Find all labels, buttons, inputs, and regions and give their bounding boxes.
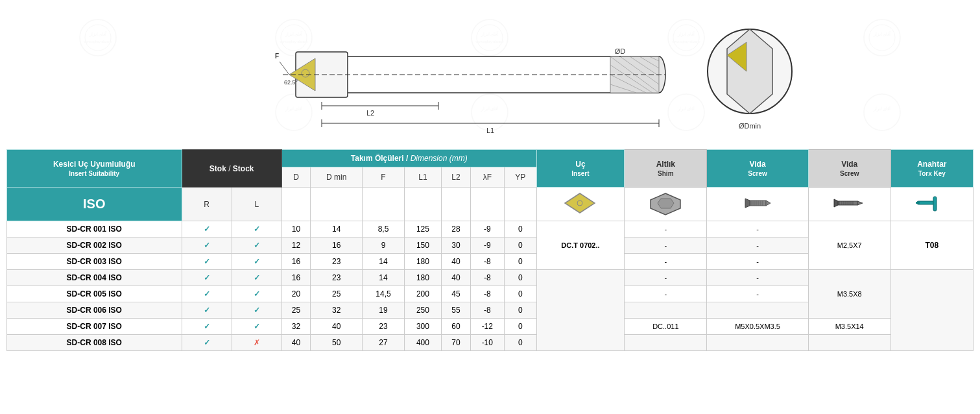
row-YP: 0 [504,237,536,254]
main-table: Kesici Uç Uyumluluğu Insert Suitability … [6,149,974,351]
th-F: F [363,167,404,188]
th-img-L1 [404,188,442,221]
row-F: 8,5 [363,221,404,237]
row-lambda: -9 [470,221,504,237]
row-lambda: -8 [470,302,504,319]
row-F: 23 [363,319,404,335]
table-container: Kesici Uç Uyumluluğu Insert Suitability … [0,149,980,351]
th-img-Dmin [311,188,363,221]
row-shim: - [625,254,707,270]
row-screw1 [707,335,808,351]
shim-label: Altlık [656,160,675,169]
row-Dmin: 14 [311,221,363,237]
svg-point-25 [864,94,900,130]
th-shim: Altlık Shim [625,150,707,188]
row-YP: 0 [504,335,536,351]
row-R: ✓ [182,270,232,286]
svg-text:آقای ابزار: آقای ابزار [89,30,108,37]
torx-label: Anahtar [917,160,946,169]
th-stock: Stok / Stock [182,150,281,188]
screw2-label: Vida [841,160,857,169]
row-name: SD-CR 007 ISO [7,319,182,335]
th-R: R [182,188,232,221]
svg-marker-82 [857,201,863,205]
svg-text:L1: L1 [486,127,494,134]
stock-label: Stok [209,164,226,173]
row-insert: DC.T 0702.. [536,221,625,270]
row-F: 19 [363,302,404,319]
th-insert-img [536,188,625,221]
row-Dmin: 25 [311,286,363,302]
th-dimension: Takım Ölçüleri / Dimension (mm) [281,150,536,167]
row-L2: 40 [442,254,470,270]
row-screw1: - [707,270,808,286]
row-L: ✓ [232,237,281,254]
row-shim: - [625,270,707,286]
row-screw1 [707,302,808,319]
row-name: SD-CR 008 ISO [7,335,182,351]
row-torx: T08 [890,221,973,270]
svg-point-17 [869,25,895,51]
svg-text:www.aghay-abzar.ir: www.aghay-abzar.ir [84,40,112,43]
diagram-area: آقای ابزارwww.aghay-abzar.ir آقای ابزارw… [0,0,980,149]
insert-suitability-label: Kesici Uç Uyumluluğu [53,160,136,169]
row-L2: 28 [442,221,470,237]
row-L1: 400 [404,335,442,351]
tool-profile-svg: ØDmin [698,10,802,140]
row-screw2 [808,335,890,351]
row-D: 16 [281,254,310,270]
svg-marker-81 [834,199,838,207]
dimension-sub-label: Dimension (mm) [411,154,468,163]
row-name: SD-CR 001 ISO [7,221,182,237]
th-insert: Uç Insert [536,150,625,188]
row-name: SD-CR 003 ISO [7,254,182,270]
row-shim: - [625,286,707,302]
table-row: SD-CR 008 ISO✓✗40502740070-100 [7,335,974,351]
dimension-label: Takım Ölçüleri / [351,154,408,163]
row-name: SD-CR 006 ISO [7,302,182,319]
screw2-sub-label: Screw [840,170,859,177]
row-shim [625,302,707,319]
svg-rect-84 [933,197,937,211]
row-R: ✓ [182,335,232,351]
row-L1: 200 [404,286,442,302]
table-row: SD-CR 004 ISO✓✓16231418040-80--M3.5X8 [7,270,974,286]
th-shim-img [625,188,707,221]
svg-point-16 [864,19,900,56]
table-row: SD-CR 001 ISO✓✓10148,512528-90DC.T 0702.… [7,221,974,237]
row-Dmin: 32 [311,302,363,319]
row-lambda: -8 [470,286,504,302]
svg-marker-71 [766,201,771,206]
row-L1: 180 [404,270,442,286]
insert-sub-label: Insert [571,170,589,177]
row-D: 10 [281,221,310,237]
row-Dmin: 40 [311,319,363,335]
svg-text:آقای ابزار: آقای ابزار [872,105,891,112]
svg-point-0 [80,19,116,56]
row-YP: 0 [504,302,536,319]
th-torx-img [890,188,973,221]
row-torx [890,270,973,351]
row-shim [625,335,707,351]
row-D: 25 [281,302,310,319]
row-L1: 150 [404,237,442,254]
wm10: آقای ابزار [784,75,980,149]
row-L1: 125 [404,221,442,237]
row-L2: 70 [442,335,470,351]
th-lambda: λF [470,167,504,188]
row-YP: 0 [504,319,536,335]
th-iso: ISO [7,188,182,221]
row-lambda: -8 [470,254,504,270]
row-F: 14 [363,270,404,286]
row-YP: 0 [504,221,536,237]
row-lambda: -9 [470,237,504,254]
torx-sub-label: Torx Key [918,170,946,177]
table-body: SD-CR 001 ISO✓✓10148,512528-90DC.T 0702.… [7,221,974,351]
row-L: ✓ [232,319,281,335]
tool-diagram-svg: 62.5° F L2 L1 ØD [179,10,711,140]
row-Dmin: 16 [311,237,363,254]
svg-line-42 [280,62,289,75]
shim-sub-label: Shim [658,170,673,177]
th-screw2-img [808,188,890,221]
row-R: ✓ [182,221,232,237]
